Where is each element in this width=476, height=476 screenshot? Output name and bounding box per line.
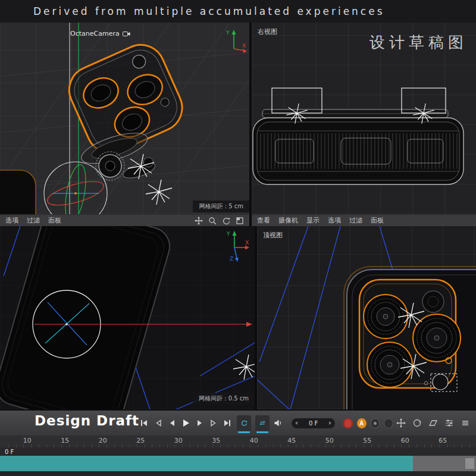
grid-spacing-readout: 网格间距 : 5 cm <box>193 201 249 212</box>
design-draft-title: Design Draft <box>35 413 139 428</box>
top-view-canvas[interactable] <box>257 226 476 409</box>
viewport-perspective[interactable]: Y X OctaneCamera 网格间距 : 5 cm <box>0 23 249 214</box>
current-frame-field[interactable]: 0 F <box>292 418 335 428</box>
timeline-scrollbar[interactable] <box>0 456 476 471</box>
record-position-toggle[interactable] <box>371 418 380 428</box>
play-range-toggle[interactable] <box>255 415 270 431</box>
workplane-icon <box>428 418 438 428</box>
ruler-tick: 25 <box>122 436 160 447</box>
viewport-name-label: 右视图 <box>258 27 277 36</box>
ruler-tick: 50 <box>311 436 349 447</box>
autokey-button[interactable]: A <box>357 418 367 428</box>
front-canvas[interactable]: Y X Z <box>0 226 255 409</box>
gizmo-move-icon <box>396 418 406 428</box>
case-side-wireframe <box>253 109 464 184</box>
svg-text:Y: Y <box>226 231 230 237</box>
axis-gizmo[interactable]: Y X <box>226 30 247 53</box>
ruler-tick: 45 <box>273 436 311 447</box>
sliders-icon <box>444 418 454 428</box>
ruler-tick: 55 <box>349 436 387 447</box>
phone-body-model <box>0 226 174 409</box>
timeline-start-row: 0 F <box>0 447 476 456</box>
gizmo-move-button[interactable] <box>396 418 406 428</box>
sound-toggle-button[interactable] <box>273 416 284 430</box>
sketch-sparkle <box>146 180 172 205</box>
axis-gizmo[interactable]: Y X Z <box>226 231 249 262</box>
ruler-tick: 65 <box>424 436 462 447</box>
rotate-view-icon[interactable] <box>222 217 230 225</box>
case-corner-wireframe <box>0 170 36 214</box>
gizmo-rotate-button[interactable] <box>412 418 422 428</box>
loop-icon <box>240 419 248 427</box>
application-window: Derived from multiple accumulated experi… <box>0 0 476 476</box>
frame-decrement-arrow[interactable] <box>295 421 298 425</box>
ruler-tick: 60 <box>386 436 424 447</box>
timeline-scrollbar-button[interactable] <box>465 458 474 469</box>
ruler-tick: 15 <box>46 436 84 447</box>
zoom-icon[interactable] <box>208 217 217 225</box>
overlay-title: 设计草稿图 <box>369 32 468 53</box>
workplane-button[interactable] <box>428 418 438 428</box>
viewport-front[interactable]: Y X Z 网格间距 : 0.5 cm <box>0 226 255 409</box>
pan-icon[interactable] <box>195 217 203 225</box>
top-banner: Derived from multiple accumulated experi… <box>0 0 476 23</box>
ruler-tick: 30 <box>159 436 198 447</box>
bottom-edge <box>0 471 476 476</box>
gizmo-rotate-icon <box>412 418 422 428</box>
viewport-nav-icons <box>195 217 244 225</box>
svg-text:Y: Y <box>226 30 230 36</box>
svg-text:X: X <box>242 43 246 49</box>
camera-lens-large <box>367 342 412 387</box>
options-menu-button[interactable] <box>461 418 470 428</box>
toolbar-right-icons <box>396 418 476 428</box>
camera-name-label[interactable]: OctaneCamera <box>70 30 130 37</box>
frame-value: 0 F <box>309 420 318 427</box>
menu-options[interactable]: 选项 <box>328 216 341 225</box>
play-button[interactable] <box>180 416 192 430</box>
loop-playback-toggle[interactable] <box>237 415 251 431</box>
maximize-view-icon[interactable] <box>236 217 244 225</box>
svg-text:X: X <box>245 240 249 246</box>
lidar-circle <box>433 374 448 390</box>
viewport-right-view[interactable]: 右视图 设计草稿图 <box>252 23 476 214</box>
next-key-button[interactable] <box>208 416 220 430</box>
sliders-button[interactable] <box>444 418 454 428</box>
camera-icon <box>123 31 130 37</box>
prev-key-button[interactable] <box>152 416 164 430</box>
viewport-menu-right: 查看 摄像机 显示 选项 过滤 面板 <box>252 214 476 226</box>
menu-panel[interactable]: 面板 <box>48 216 61 225</box>
viewport-top-view[interactable]: 顶视图 <box>257 226 476 409</box>
menu-camera[interactable]: 摄像机 <box>278 216 298 225</box>
next-frame-button[interactable] <box>194 416 206 430</box>
flash-circle <box>422 291 444 312</box>
record-keyframe-button[interactable] <box>343 418 353 428</box>
timeline-start-value[interactable]: 0 F <box>5 449 14 455</box>
prev-frame-button[interactable] <box>166 416 178 430</box>
camera-lens-large <box>413 314 461 362</box>
timeline-ruler[interactable]: 10 15 20 25 30 35 40 45 50 55 60 65 <box>0 436 476 447</box>
menu-view[interactable]: 查看 <box>257 216 270 225</box>
viewport-name-label: 顶视图 <box>263 231 283 240</box>
grid-spacing-readout: 网格间距 : 0.5 cm <box>193 393 255 405</box>
record-rotation-toggle[interactable] <box>384 418 393 428</box>
frame-increment-arrow[interactable] <box>329 421 331 425</box>
svg-text:Z: Z <box>230 256 233 262</box>
menu-icon <box>461 418 470 428</box>
goto-start-button[interactable] <box>138 416 150 430</box>
menu-filter[interactable]: 过滤 <box>349 216 362 225</box>
menu-panel[interactable]: 面板 <box>371 216 384 225</box>
speaker-icon <box>274 419 283 427</box>
banner-title: Derived from multiple accumulated experi… <box>33 5 385 17</box>
timeline-scrollbar-handle[interactable] <box>0 456 413 471</box>
menu-options[interactable]: 选项 <box>5 216 18 225</box>
perspective-canvas[interactable]: Y X <box>0 23 249 214</box>
goto-end-button[interactable] <box>221 416 233 430</box>
menu-filter[interactable]: 过滤 <box>27 216 40 225</box>
range-icon <box>259 419 266 427</box>
menu-display[interactable]: 显示 <box>306 216 320 225</box>
record-dot <box>374 422 377 425</box>
ruler-tick: 20 <box>84 436 122 447</box>
viewport-menu-left: 选项 过滤 面板 <box>0 214 249 226</box>
ruler-tick: 35 <box>198 436 236 447</box>
rotation-gizmo[interactable] <box>44 162 107 214</box>
